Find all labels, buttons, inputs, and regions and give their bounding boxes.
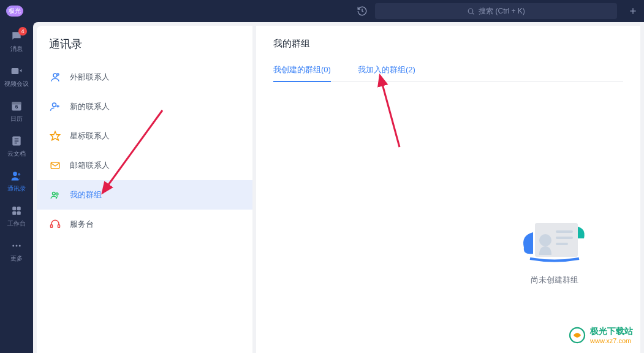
row-helpdesk[interactable]: 服务台 [37,210,252,239]
nav-label: 日历 [10,115,23,123]
svg-point-10 [18,173,20,175]
group-icon [49,189,61,201]
nav-calendar[interactable]: 6 日历 [0,99,33,123]
external-icon [49,71,61,83]
app-body: 4 消息 视频会议 6 日历 云文档 通讯录 [0,22,644,353]
nav-label: 工作台 [7,219,26,228]
docs-icon [10,134,23,148]
row-external-contacts[interactable]: 外部联系人 [37,63,252,92]
svg-line-1 [472,13,474,14]
video-icon [10,64,23,78]
svg-point-26 [56,193,58,195]
nav-messages[interactable]: 4 消息 [0,29,33,53]
nav-label: 通讯录 [7,184,26,193]
add-button[interactable] [628,6,638,16]
add-person-icon [49,101,61,113]
more-icon [10,239,23,252]
svg-point-30 [539,234,551,246]
empty-state: 尚未创建群组 [518,205,591,286]
row-label: 我的群组 [70,189,102,200]
nav-label: 视频会议 [4,80,29,88]
row-new-contacts[interactable]: 新的联系人 [37,92,252,121]
watermark-title: 极光下载站 [590,326,633,337]
row-label: 邮箱联系人 [70,160,110,171]
empty-illustration [518,205,591,266]
title-bar: 极光 搜索 (Ctrl + K) [0,0,644,22]
svg-rect-28 [58,225,60,228]
contacts-icon [10,169,23,183]
search-icon [467,7,475,15]
svg-text:6: 6 [15,104,18,110]
row-label: 新的联系人 [70,101,110,112]
left-nav: 4 消息 视频会议 6 日历 云文档 通讯录 [0,22,33,353]
row-starred-contacts[interactable]: 星标联系人 [37,121,252,151]
calendar-icon: 6 [10,99,23,113]
svg-marker-23 [51,132,60,140]
svg-point-15 [12,245,14,247]
plus-icon [628,6,638,16]
svg-rect-27 [51,225,53,228]
panel-title: 通讯录 [37,37,252,63]
search-input[interactable]: 搜索 (Ctrl + K) [375,3,617,19]
watermark-url: www.xz7.com [590,337,633,344]
main-area: 通讯录 外部联系人 新的联系人 星标联系人 [33,22,644,353]
nav-workspace[interactable]: 工作台 [0,204,33,228]
grid-icon [10,204,23,218]
row-label: 星标联系人 [70,131,110,142]
svg-rect-12 [17,207,21,210]
svg-point-16 [16,245,18,247]
nav-docs[interactable]: 云文档 [0,134,33,158]
row-my-groups[interactable]: 我的群组 [37,180,252,210]
badge: 4 [18,27,27,36]
svg-point-20 [53,103,56,107]
watermark-logo-icon [568,326,586,344]
svg-point-25 [53,192,56,195]
headset-icon [49,218,61,230]
row-label: 服务台 [70,219,94,230]
tab-created-groups[interactable]: 我创建的群组(0) [273,61,331,82]
nav-label: 更多 [10,254,23,263]
mail-icon [49,159,61,172]
nav-contacts[interactable]: 通讯录 [0,169,33,193]
search-placeholder: 搜索 (Ctrl + K) [479,6,525,17]
svg-rect-32 [556,237,573,239]
nav-label: 云文档 [7,150,26,158]
svg-rect-4 [12,68,19,74]
nav-label: 消息 [10,45,23,53]
svg-rect-13 [12,211,16,215]
svg-point-17 [19,245,21,247]
svg-point-19 [57,74,59,75]
user-avatar[interactable]: 极光 [6,6,23,17]
svg-point-0 [468,9,473,13]
empty-text: 尚未创建群组 [531,275,578,286]
detail-panel: 我的群组 我创建的群组(0) 我加入的群组(2) 尚未创建群组 [256,26,640,353]
row-label: 外部联系人 [70,72,110,83]
svg-rect-14 [17,211,21,215]
contacts-panel: 通讯录 外部联系人 新的联系人 星标联系人 [37,26,252,353]
watermark: 极光下载站 www.xz7.com [568,326,633,344]
svg-rect-31 [556,230,573,233]
svg-point-18 [53,74,57,77]
nav-more[interactable]: 更多 [0,239,33,263]
nav-video[interactable]: 视频会议 [0,64,33,88]
tab-joined-groups[interactable]: 我加入的群组(2) [358,61,415,82]
history-button[interactable] [357,6,368,17]
history-icon [357,6,368,17]
svg-rect-33 [556,243,568,245]
star-icon [49,130,61,142]
svg-rect-11 [12,207,16,210]
detail-title: 我的群组 [273,38,623,50]
svg-point-9 [13,172,17,176]
row-mailbox-contacts[interactable]: 邮箱联系人 [37,151,252,180]
tabs: 我创建的群组(0) 我加入的群组(2) [273,61,623,82]
